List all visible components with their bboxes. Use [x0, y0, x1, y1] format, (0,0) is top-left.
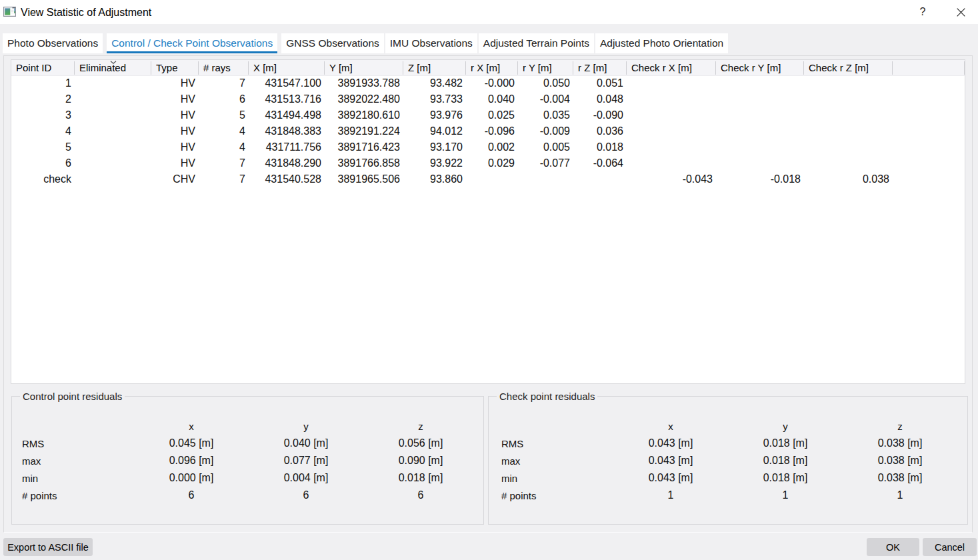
stats-label: max — [501, 452, 613, 469]
cell — [804, 107, 893, 123]
column-header-check-r-y-m[interactable]: Check r Y [m] — [716, 60, 804, 75]
control-point-residuals-group: Control point residuals xyzRMS0.045 [m]0… — [11, 396, 484, 525]
control-group-title: Control point residuals — [20, 391, 125, 402]
tab-imu-observations[interactable]: IMU Observations — [385, 33, 477, 53]
cell: -0.043 — [627, 171, 716, 187]
table-row-6[interactable]: 6HV7431848.2903891766.85893.9220.029-0.0… — [11, 155, 965, 171]
column-header-x-m[interactable]: X [m] — [249, 60, 325, 75]
cell — [804, 139, 893, 155]
column-header-r-z-m[interactable]: r Z [m] — [573, 60, 627, 75]
stats-value: 1 — [843, 487, 957, 504]
cell — [75, 91, 151, 107]
column-header-check-r-z-m[interactable]: Check r Z [m] — [804, 60, 893, 75]
cell — [627, 75, 716, 91]
stats-row-max: max0.043 [m]0.018 [m]0.038 [m] — [501, 452, 967, 469]
column-header-r-x-m[interactable]: r X [m] — [466, 60, 518, 75]
cell — [893, 107, 965, 123]
column-header-label: X [m] — [253, 62, 277, 73]
cell — [573, 171, 627, 187]
stats-row-min: min0.000 [m]0.004 [m]0.018 [m] — [22, 469, 483, 487]
cell: 3891933.788 — [325, 75, 403, 91]
column-header-y-m[interactable]: Y [m] — [325, 60, 403, 75]
table-row-1[interactable]: 1HV7431547.1003891933.78893.482-0.0000.0… — [11, 75, 965, 91]
cell — [75, 155, 151, 171]
cell: 4 — [11, 123, 75, 139]
stats-value: 0.040 [m] — [249, 435, 363, 452]
column-header-check-r-x-m[interactable]: Check r X [m] — [627, 60, 716, 75]
cell: 93.170 — [403, 139, 466, 155]
column-header-type[interactable]: Type — [151, 60, 199, 75]
cell: -0.064 — [573, 155, 627, 171]
column-header-r-y-m[interactable]: r Y [m] — [518, 60, 573, 75]
column-header-label: r Y [m] — [523, 62, 552, 73]
stats-value: 0.000 [m] — [134, 469, 249, 487]
check-point-residuals-group: Check point residuals xyzRMS0.043 [m]0.0… — [488, 396, 968, 525]
stats-label: # points — [501, 487, 613, 504]
cell — [518, 171, 573, 187]
column-header-rays[interactable]: # rays — [199, 60, 249, 75]
stats-row-points: # points666 — [22, 487, 483, 504]
cell: 431848.290 — [249, 155, 325, 171]
cell: 0.018 — [573, 139, 627, 155]
stats-axis-x: x — [613, 417, 728, 435]
table-row-5[interactable]: 5HV4431711.7563891716.42393.1700.0020.00… — [11, 139, 965, 155]
stats-value: 0.038 [m] — [843, 435, 957, 452]
observations-table[interactable]: Point IDEliminatedType# raysX [m]Y [m]Z … — [11, 59, 965, 384]
tab-gnss-observations[interactable]: GNSS Observations — [281, 33, 384, 53]
stats-axis-y: y — [728, 417, 843, 435]
cell: 3891965.506 — [325, 171, 403, 187]
ok-button[interactable]: OK — [867, 538, 919, 556]
cell: -0.004 — [518, 91, 573, 107]
cell: 431848.383 — [249, 123, 325, 139]
cell — [627, 139, 716, 155]
help-button[interactable]: ? — [911, 0, 934, 24]
table-row-2[interactable]: 2HV6431513.7163892022.48093.7330.040-0.0… — [11, 91, 965, 107]
cell: -0.096 — [466, 123, 518, 139]
stats-blank — [501, 417, 613, 435]
stats-label: RMS — [501, 435, 613, 452]
table-row-check[interactable]: checkCHV7431540.5283891965.50693.860-0.0… — [11, 171, 965, 187]
export-ascii-button[interactable]: Export to ASCII file — [3, 538, 93, 556]
stats-header-row: xyz — [22, 417, 483, 435]
cell: 0.025 — [466, 107, 518, 123]
column-header-blank[interactable] — [893, 60, 965, 75]
cell: 2 — [11, 91, 75, 107]
column-header-eliminated[interactable]: Eliminated — [75, 60, 151, 75]
column-header-label: Check r Y [m] — [721, 62, 781, 73]
tab-photo-observations[interactable]: Photo Observations — [3, 33, 103, 53]
stats-row-min: min0.043 [m]0.018 [m]0.038 [m] — [501, 469, 967, 487]
stats-value: 0.043 [m] — [613, 469, 728, 487]
column-header-label: r X [m] — [471, 62, 500, 73]
stats-label: RMS — [22, 435, 134, 452]
cell: 3892180.610 — [325, 107, 403, 123]
stats-value: 0.018 [m] — [728, 435, 843, 452]
tab-adjusted-photo-orientation[interactable]: Adjusted Photo Orientation — [595, 33, 728, 53]
tab-pane: Point IDEliminatedType# raysX [m]Y [m]Z … — [3, 55, 973, 533]
cell — [716, 123, 804, 139]
cell: 431711.756 — [249, 139, 325, 155]
column-header-label: Eliminated — [79, 62, 126, 73]
table-row-3[interactable]: 3HV5431494.4983892180.61093.9760.0250.03… — [11, 107, 965, 123]
cell: 94.012 — [403, 123, 466, 139]
table-row-4[interactable]: 4HV4431848.3833892191.22494.012-0.096-0.… — [11, 123, 965, 139]
column-header-point-id[interactable]: Point ID — [11, 60, 75, 75]
column-header-label: Type — [156, 62, 178, 73]
cell — [893, 75, 965, 91]
cell — [75, 171, 151, 187]
close-button[interactable] — [949, 0, 972, 24]
cell: HV — [151, 75, 199, 91]
stats-value: 0.043 [m] — [613, 452, 728, 469]
check-group-title: Check point residuals — [497, 391, 597, 402]
stats-header-row: xyz — [501, 417, 967, 435]
window-title: View Statistic of Adjustment — [21, 0, 151, 24]
stats-value: 0.004 [m] — [249, 469, 363, 487]
column-header-z-m[interactable]: Z [m] — [403, 60, 466, 75]
title-bar: View Statistic of Adjustment ? — [0, 0, 978, 24]
cancel-button[interactable]: Cancel — [923, 538, 977, 556]
cell: 1 — [11, 75, 75, 91]
cell — [627, 91, 716, 107]
cell: 431494.498 — [249, 107, 325, 123]
tab-control-check-point-observations[interactable]: Control / Check Point Observations — [107, 33, 277, 53]
tab-adjusted-terrain-points[interactable]: Adjusted Terrain Points — [479, 33, 594, 53]
app-icon — [3, 7, 16, 17]
